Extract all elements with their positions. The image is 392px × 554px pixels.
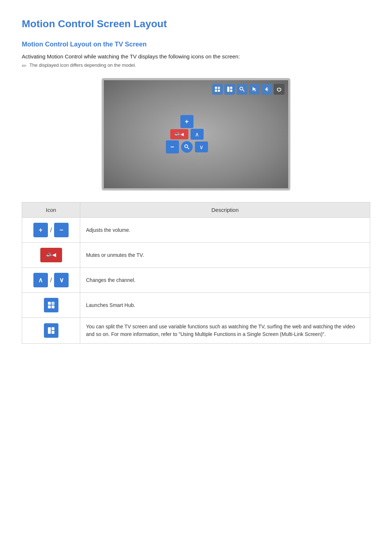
section-title: Motion Control Layout on the TV Screen [22, 41, 370, 48]
svg-point-18 [52, 302, 54, 304]
svg-rect-19 [48, 327, 51, 334]
page-title: Motion Control Screen Layout [22, 18, 370, 30]
table-header-row: Icon Description [22, 202, 370, 218]
svg-rect-14 [48, 302, 51, 305]
svg-point-12 [185, 145, 188, 148]
ch-down-icon: ∨ [54, 273, 69, 287]
svg-rect-20 [52, 327, 54, 330]
icon-cell-mute: 🔊 ◀ [22, 243, 80, 268]
icon-table: Icon Description + / − Adjusts the volum… [22, 202, 370, 344]
multilink-icon [44, 323, 58, 338]
svg-rect-3 [218, 90, 220, 92]
tv-multilink-icon [224, 84, 235, 95]
svg-rect-5 [227, 87, 229, 92]
tv-bottom-row: − ∨ [166, 140, 208, 153]
tv-screen-inner: + 🔊 ◀ ∧ − [104, 80, 288, 188]
tv-vol-plus-icon: + [180, 115, 193, 128]
note-text: The displayed icon differs depending on … [29, 62, 136, 68]
tv-volume-row: + [180, 115, 193, 128]
vol-plus-icon: + [33, 223, 48, 237]
svg-point-8 [240, 87, 243, 90]
svg-line-9 [243, 90, 244, 91]
mute-icon: 🔊 ◀ [40, 248, 62, 262]
ch-up-icon: ∧ [33, 273, 48, 287]
icon-cell-smarthub [22, 293, 80, 318]
col-desc-header: Description [80, 202, 370, 218]
tv-back-icon [261, 84, 272, 95]
separator: / [50, 275, 52, 285]
tv-smarthub-icon [212, 84, 223, 95]
tv-top-bar [212, 84, 285, 95]
volume-icon-pair: + / − [28, 223, 74, 237]
icon-cell-multilink [22, 318, 80, 344]
tv-ch-up-icon: ∧ [191, 129, 204, 140]
tv-cursor-icon [249, 84, 260, 95]
tv-ch-down-icon: ∨ [195, 141, 208, 152]
svg-rect-7 [230, 90, 232, 92]
svg-line-13 [188, 148, 189, 149]
intro-text: Activating Motion Control while watching… [22, 53, 370, 59]
desc-cell-volume: Adjusts the volume. [80, 218, 370, 243]
svg-marker-10 [253, 87, 256, 91]
mute-speaker: ◀ [52, 251, 56, 259]
separator: / [50, 225, 52, 235]
svg-rect-0 [215, 87, 217, 89]
tv-power-icon [274, 84, 285, 95]
tv-screen: + 🔊 ◀ ∧ − [102, 78, 290, 190]
svg-rect-11 [265, 89, 268, 90]
note: ✏ The displayed icon differs depending o… [22, 62, 370, 69]
mute-strikethrough: 🔊 [46, 252, 52, 258]
vol-minus-icon: − [54, 223, 69, 237]
svg-rect-16 [48, 305, 51, 308]
svg-rect-17 [52, 305, 54, 308]
table-row: ∧ / ∨ Changes the channel. [22, 268, 370, 293]
col-icon-header: Icon [22, 202, 80, 218]
icon-cell-volume: + / − [22, 218, 80, 243]
svg-rect-21 [52, 331, 54, 334]
desc-cell-multilink: You can split the TV screen and use vari… [80, 318, 370, 344]
tv-mute-icon: 🔊 ◀ [170, 129, 188, 139]
svg-point-4 [218, 87, 220, 88]
tv-vol-minus-icon: − [166, 140, 179, 153]
channel-icon-pair: ∧ / ∨ [28, 273, 74, 287]
desc-cell-mute: Mutes or unmutes the TV. [80, 243, 370, 268]
table-row: 🔊 ◀ Mutes or unmutes the TV. [22, 243, 370, 268]
table-row: You can split the TV screen and use vari… [22, 318, 370, 344]
tv-middle-row: 🔊 ◀ ∧ [170, 129, 204, 140]
table-row: + / − Adjusts the volume. [22, 218, 370, 243]
svg-rect-6 [230, 87, 232, 89]
desc-cell-channel: Changes the channel. [80, 268, 370, 293]
tv-controls: + 🔊 ◀ ∧ − [166, 115, 208, 153]
tv-search-icon [237, 84, 248, 95]
table-row: Launches Smart Hub. [22, 293, 370, 318]
smarthub-icon [44, 298, 58, 312]
note-icon: ✏ [22, 62, 26, 69]
tv-search-cursor-icon [181, 141, 193, 153]
icon-cell-channel: ∧ / ∨ [22, 268, 80, 293]
desc-cell-smarthub: Launches Smart Hub. [80, 293, 370, 318]
tv-screen-container: + 🔊 ◀ ∧ − [22, 78, 370, 190]
svg-rect-2 [215, 90, 217, 92]
